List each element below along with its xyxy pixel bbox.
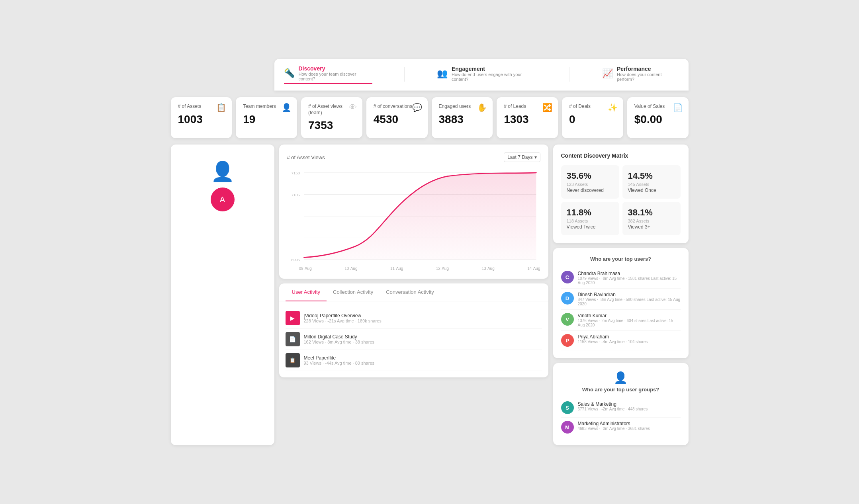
user-stats-1: 847 Views · -8m Avg time · 580 shares La… xyxy=(578,297,681,306)
asset-thumb-0: ▶ xyxy=(286,311,300,325)
nav-divider-1 xyxy=(404,67,405,82)
deals-icon: ✨ xyxy=(608,103,618,112)
chart-filter-label: Last 7 Days xyxy=(507,154,532,160)
list-item: 📋 Meet Paperflite 93 Views · -44s Avg ti… xyxy=(286,350,542,371)
top-users-card: Who are your top users? C Chandra Brahim… xyxy=(553,248,689,358)
metric-card-conversations: 💬 # of conversations 4530 xyxy=(366,97,428,138)
user-name-1: Dinesh Ravindran xyxy=(578,292,681,297)
dashboard-container: 🔦 Discovery How does your team discover … xyxy=(171,59,689,445)
list-item: 📄 Milton Digital Case Study 162 Views · … xyxy=(286,329,542,350)
top-users-title: Who are your top users? xyxy=(561,256,681,262)
user-avatar-2: V xyxy=(561,313,574,326)
svg-text:7105: 7105 xyxy=(291,193,299,197)
asset-stats-0: 228 Views · -21s Avg time · 189k shares xyxy=(304,318,382,323)
asset-thumb-2: 📋 xyxy=(286,353,300,367)
group-info-0: Sales & Marketing 6771 Views · -2m Avg t… xyxy=(578,401,648,411)
matrix-assets-2: 118 Assets xyxy=(567,219,614,223)
asset-stats-2: 93 Views · -44s Avg time · 80 shares xyxy=(304,361,375,365)
sidebar-avatar: A xyxy=(211,188,235,211)
leads-icon: 🔀 xyxy=(542,103,552,112)
top-groups-card: 👤 Who are your top user groups? S Sales … xyxy=(553,363,689,445)
groups-person-icon: 👤 xyxy=(561,371,681,384)
group-item: M Marketing Administrators 4683 Views · … xyxy=(561,418,681,437)
user-stats-0: 1079 Views · -8m Avg time · 1581 shares … xyxy=(578,276,681,285)
tab-engagement-title: Engagement xyxy=(452,66,538,72)
user-name-0: Chandra Brahimasa xyxy=(578,271,681,276)
list-item: ▶ [Video] Paperflite Overview 228 Views … xyxy=(286,308,542,329)
x-label-0: 09-Aug xyxy=(299,266,312,271)
matrix-assets-0: 123 Assets xyxy=(567,182,614,187)
asset-info-0: [Video] Paperflite Overview 228 Views · … xyxy=(304,313,382,323)
user-info-3: Priya Abraham 1158 Views · -4m Avg time … xyxy=(578,334,648,344)
deals-value: 0 xyxy=(569,113,616,126)
x-label-5: 14-Aug xyxy=(527,266,540,271)
tab-engagement[interactable]: 👥 Engagement How do end-users engage wit… xyxy=(437,66,538,83)
chart-filter-button[interactable]: Last 7 Days ▾ xyxy=(504,152,540,162)
group-name-1: Marketing Administrators xyxy=(578,421,650,426)
asset-thumb-1: 📄 xyxy=(286,332,300,346)
matrix-assets-3: 382 Assets xyxy=(628,219,675,223)
matrix-cell-3: 38.1% 382 Assets Viewed 3+ xyxy=(622,202,681,235)
chart-x-labels: 09-Aug 10-Aug 11-Aug 12-Aug 13-Aug 14-Au… xyxy=(287,264,540,271)
chart-card: # of Asset Views Last 7 Days ▾ xyxy=(279,145,548,279)
group-item: S Sales & Marketing 6771 Views · -2m Avg… xyxy=(561,398,681,418)
svg-text:6995: 6995 xyxy=(291,258,299,262)
tab-discovery[interactable]: 🔦 Discovery How does your team discover … xyxy=(284,65,372,84)
user-info-1: Dinesh Ravindran 847 Views · -8m Avg tim… xyxy=(578,292,681,306)
metric-card-leads: 🔀 # of Leads 1303 xyxy=(497,97,558,138)
asset-name-0: [Video] Paperflite Overview xyxy=(304,313,382,318)
tab-performance-subtitle: How does your content perform? xyxy=(617,72,679,82)
matrix-label-1: Viewed Once xyxy=(628,188,675,193)
chart-title: # of Asset Views xyxy=(287,154,325,160)
team-icon: 👤 xyxy=(282,103,292,112)
tab-conversation-activity[interactable]: Conversation Activity xyxy=(380,283,440,301)
x-label-3: 12-Aug xyxy=(436,266,449,271)
bottom-tabs: User Activity Collection Activity Conver… xyxy=(279,283,548,301)
matrix-pct-3: 38.1% xyxy=(628,207,675,218)
user-item: D Dinesh Ravindran 847 Views · -8m Avg t… xyxy=(561,289,681,310)
matrix-pct-2: 11.8% xyxy=(567,207,614,218)
matrix-assets-1: 145 Assets xyxy=(628,182,675,187)
engaged-icon: ✋ xyxy=(477,103,487,112)
matrix-grid: 35.6% 123 Assets Never discovered 14.5% … xyxy=(561,165,681,235)
assetviews-value: 7353 xyxy=(308,119,355,132)
asset-info-1: Milton Digital Case Study 162 Views · 8m… xyxy=(304,334,375,344)
metric-card-assetviews: 👁 # of Asset views (team) 7353 xyxy=(301,97,362,138)
metric-card-engaged: ✋ Engaged users 3883 xyxy=(432,97,493,138)
matrix-cell-1: 14.5% 145 Assets Viewed Once xyxy=(622,165,681,199)
metric-cards-row: 📋 # of Assets 1003 👤 Team members 19 👁 #… xyxy=(171,97,689,138)
group-info-1: Marketing Administrators 4683 Views · -0… xyxy=(578,421,650,431)
tab-discovery-title: Discovery xyxy=(299,65,372,72)
tab-performance[interactable]: 📈 Performance How does your content perf… xyxy=(602,66,679,83)
assets-value: 1003 xyxy=(178,113,225,126)
asset-name-1: Milton Digital Case Study xyxy=(304,334,375,340)
asset-info-2: Meet Paperflite 93 Views · -44s Avg time… xyxy=(304,355,375,365)
center-panel: # of Asset Views Last 7 Days ▾ xyxy=(279,145,548,445)
tab-collection-activity[interactable]: Collection Activity xyxy=(327,283,380,301)
conversations-icon: 💬 xyxy=(412,103,422,112)
x-label-1: 10-Aug xyxy=(344,266,357,271)
team-value: 19 xyxy=(243,113,290,126)
x-label-2: 11-Aug xyxy=(390,266,403,271)
top-groups-title: Who are your top user groups? xyxy=(561,387,681,393)
tab-user-activity[interactable]: User Activity xyxy=(286,283,327,301)
matrix-pct-1: 14.5% xyxy=(628,171,675,181)
user-info-0: Chandra Brahimasa 1079 Views · -8m Avg t… xyxy=(578,271,681,285)
group-stats-0: 6771 Views · -2m Avg time · 448 shares xyxy=(578,407,648,411)
top-nav-bar: 🔦 Discovery How does your team discover … xyxy=(274,59,689,91)
bottom-content: ▶ [Video] Paperflite Overview 228 Views … xyxy=(279,301,548,377)
user-name-3: Priya Abraham xyxy=(578,334,648,340)
discovery-matrix-card: Content Discovery Matrix 35.6% 123 Asset… xyxy=(553,145,689,243)
discovery-matrix-title: Content Discovery Matrix xyxy=(561,152,681,159)
tab-engagement-subtitle: How do end-users engage with your conten… xyxy=(452,72,538,82)
chart-filter-chevron: ▾ xyxy=(534,154,537,160)
user-name-2: Vinoth Kumar xyxy=(578,313,681,318)
user-avatar-3: P xyxy=(561,334,574,347)
user-avatar-0: C xyxy=(561,271,574,283)
group-stats-1: 4683 Views · -0m Avg time · 3681 shares xyxy=(578,426,650,431)
performance-icon: 📈 xyxy=(602,68,613,79)
metric-card-team: 👤 Team members 19 xyxy=(236,97,297,138)
asset-stats-1: 162 Views · 8m Avg time · 38 shares xyxy=(304,340,375,344)
x-label-4: 13-Aug xyxy=(482,266,495,271)
sales-icon: 📄 xyxy=(673,103,683,112)
